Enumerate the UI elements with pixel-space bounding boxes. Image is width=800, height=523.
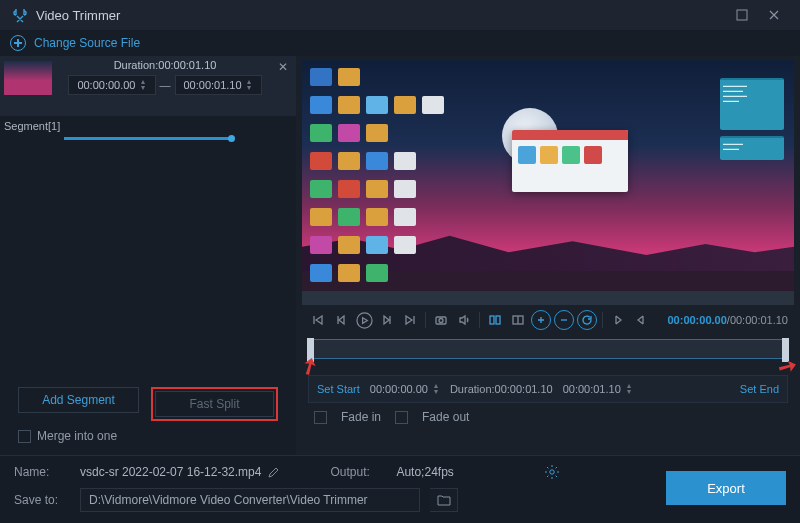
browse-folder-icon[interactable] (430, 488, 458, 512)
save-path-input[interactable]: D:\Vidmore\Vidmore Video Converter\Video… (80, 488, 420, 512)
dash: — (160, 79, 171, 91)
snapshot-icon[interactable] (431, 310, 451, 330)
titlebar: Video Trimmer (0, 0, 800, 30)
toolbar: Change Source File (0, 30, 800, 56)
main-area: Duration:00:00:01.10 00:00:00.00 ▴▾ — 00… (0, 56, 800, 455)
start-time-field[interactable]: 00:00:00.00 ▴▾ (370, 383, 440, 395)
segment-progress[interactable] (64, 137, 232, 140)
name-value: vsdc-sr 2022-02-07 16-12-32.mp4 (80, 465, 280, 479)
svg-rect-5 (496, 316, 500, 324)
next-frame-icon[interactable] (377, 310, 397, 330)
volume-icon[interactable] (454, 310, 474, 330)
fast-split-highlight: Fast Split (151, 387, 278, 421)
change-source-link[interactable]: Change Source File (34, 36, 140, 50)
mark-in-icon[interactable] (608, 310, 628, 330)
saveto-label: Save to: (14, 493, 70, 507)
add-source-icon[interactable] (10, 35, 26, 51)
compare-fit-icon[interactable] (508, 310, 528, 330)
segment-end-input[interactable]: 00:00:01.10 ▴▾ (175, 75, 262, 95)
reset-icon[interactable] (577, 310, 597, 330)
zoom-in-icon[interactable] (531, 310, 551, 330)
playback-controls: 00:00:00.00/00:00:01.10 (302, 305, 794, 335)
end-time-field[interactable]: 00:00:01.10 ▴▾ (563, 383, 633, 395)
merge-label: Merge into one (37, 429, 117, 443)
output-value: Auto;24fps (396, 465, 453, 479)
compare-side-icon[interactable] (485, 310, 505, 330)
trim-track[interactable] (308, 339, 788, 359)
close-button[interactable] (758, 3, 790, 27)
segment-panel: Duration:00:00:01.10 00:00:00.00 ▴▾ — 00… (0, 56, 296, 455)
goto-end-icon[interactable] (400, 310, 420, 330)
footer: Name: vsdc-sr 2022-02-07 16-12-32.mp4 Ou… (0, 455, 800, 523)
prev-frame-icon[interactable] (331, 310, 351, 330)
segment-name: Segment[1] (0, 116, 296, 135)
app-title: Video Trimmer (36, 8, 726, 23)
trim-track-area: ➚ ➚ (308, 339, 788, 363)
segment-info: Duration:00:00:01.10 00:00:00.00 ▴▾ — 00… (56, 56, 274, 116)
video-preview[interactable]: ▬▬▬▬▬▬▬▬▬▬▬▬▬▬▬▬▬▬▬▬▬ ▬▬▬▬▬▬▬▬▬ (302, 60, 794, 305)
merge-checkbox[interactable] (18, 430, 31, 443)
goto-start-icon[interactable] (308, 310, 328, 330)
svg-rect-4 (490, 316, 494, 324)
stepper-end[interactable]: ▴▾ (245, 79, 253, 91)
fade-in-checkbox[interactable] (314, 411, 327, 424)
set-end-button[interactable]: Set End (740, 383, 779, 395)
app-icon (12, 7, 28, 23)
duration-display: Duration:00:00:01.10 (450, 383, 553, 395)
segment-row[interactable]: Duration:00:00:01.10 00:00:00.00 ▴▾ — 00… (0, 56, 296, 116)
segment-start-input[interactable]: 00:00:00.00 ▴▾ (68, 75, 155, 95)
fade-in-label: Fade in (341, 410, 381, 424)
zoom-out-icon[interactable] (554, 310, 574, 330)
segment-remove-icon[interactable]: ✕ (278, 60, 292, 74)
stepper-start[interactable]: ▴▾ (139, 79, 147, 91)
svg-point-1 (356, 312, 371, 327)
svg-point-8 (550, 470, 554, 474)
name-label: Name: (14, 465, 70, 479)
time-range-bar: Set Start 00:00:00.00 ▴▾ Duration:00:00:… (308, 375, 788, 403)
minimize-button[interactable] (726, 3, 758, 27)
play-icon[interactable] (354, 310, 374, 330)
export-button[interactable]: Export (666, 471, 786, 505)
fast-split-button[interactable]: Fast Split (155, 391, 274, 417)
fade-out-checkbox[interactable] (395, 411, 408, 424)
mark-out-icon[interactable] (631, 310, 651, 330)
time-display: 00:00:00.00/00:00:01.10 (667, 314, 788, 326)
fade-out-label: Fade out (422, 410, 469, 424)
svg-rect-0 (737, 10, 747, 20)
svg-point-3 (439, 319, 443, 323)
output-settings-icon[interactable] (544, 464, 560, 480)
preview-panel: ▬▬▬▬▬▬▬▬▬▬▬▬▬▬▬▬▬▬▬▬▬ ▬▬▬▬▬▬▬▬▬ (296, 56, 800, 455)
add-segment-button[interactable]: Add Segment (18, 387, 139, 413)
output-label: Output: (330, 465, 386, 479)
segment-duration-label: Duration:00:00:01.10 (56, 59, 274, 71)
edit-name-icon[interactable] (267, 466, 280, 479)
segment-thumbnail (4, 61, 52, 95)
set-start-button[interactable]: Set Start (317, 383, 360, 395)
fade-options: Fade in Fade out (302, 403, 794, 431)
